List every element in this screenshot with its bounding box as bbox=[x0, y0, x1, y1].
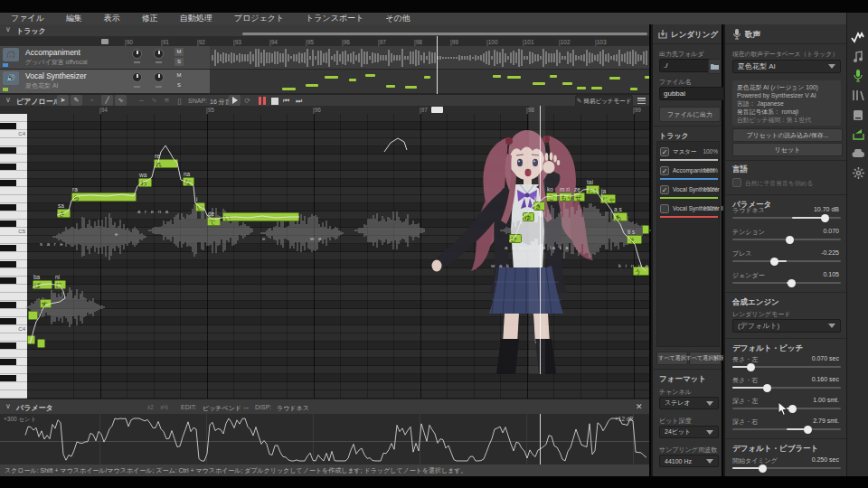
note-10[interactable]: す bbox=[40, 299, 52, 308]
settings-icon[interactable] bbox=[850, 165, 866, 182]
note-21[interactable]: じゃja bbox=[600, 194, 616, 203]
piano-keyboard[interactable]: C4C5C4 bbox=[0, 114, 27, 399]
menu-item-2[interactable]: 表示 bbox=[93, 13, 131, 24]
render-icon[interactable] bbox=[850, 127, 866, 143]
pitch-slider-1-knob[interactable] bbox=[763, 384, 771, 392]
note-8[interactable]: ばba bbox=[33, 280, 52, 289]
note-2[interactable]: わwa bbox=[138, 178, 152, 187]
note-14[interactable]: ひ bbox=[509, 234, 522, 243]
pitch-slider-3-knob[interactable] bbox=[804, 426, 812, 434]
loop-button[interactable]: ⟳ bbox=[241, 95, 253, 106]
channel-dropdown[interactable]: ステレオ bbox=[659, 397, 719, 409]
solo-button[interactable]: S bbox=[175, 81, 184, 89]
white-key[interactable]: C4 bbox=[0, 325, 27, 333]
white-key[interactable] bbox=[0, 236, 27, 244]
glue-tool-button[interactable]: ⌁ bbox=[86, 95, 98, 106]
note-0[interactable]: さsa bbox=[57, 209, 71, 218]
pointer-tool-button[interactable]: ➤ bbox=[57, 95, 69, 106]
note-12[interactable] bbox=[27, 335, 35, 344]
white-key[interactable] bbox=[0, 211, 27, 220]
swap-arrows-icon[interactable]: ↔ bbox=[242, 403, 250, 411]
piano-roll-grid[interactable] bbox=[27, 114, 649, 399]
pause-button[interactable] bbox=[259, 97, 267, 105]
render-track-row-2[interactable]: ✓Vocal Synthesizer100% bbox=[660, 184, 716, 202]
export-file-button[interactable]: ファイルに出力 bbox=[659, 107, 721, 122]
voice-database-dropdown[interactable]: 夏色花梨 AI bbox=[732, 60, 841, 73]
solo-button[interactable]: S bbox=[175, 58, 184, 66]
white-key[interactable] bbox=[0, 350, 27, 358]
pitch-slider-0-knob[interactable] bbox=[747, 363, 755, 371]
black-key[interactable] bbox=[0, 317, 27, 325]
render-track-percent[interactable]: 100% bbox=[703, 148, 718, 155]
param-slider-2-knob[interactable] bbox=[770, 258, 778, 266]
piano-roll-menu-icon[interactable] bbox=[637, 98, 646, 104]
file-name-input[interactable]: gubbai bbox=[659, 87, 726, 100]
parameter-graph[interactable]: +300 セント +12 dB bbox=[0, 414, 649, 465]
bit-depth-dropdown[interactable]: 24ビット bbox=[659, 426, 719, 438]
note-24[interactable]: う bbox=[633, 267, 649, 276]
render-track-percent[interactable]: 100% bbox=[703, 167, 718, 174]
white-key[interactable] bbox=[0, 285, 27, 293]
note-6[interactable]: でde bbox=[207, 217, 221, 226]
menu-item-1[interactable]: 編集 bbox=[55, 13, 93, 24]
loop-marker[interactable] bbox=[431, 107, 443, 113]
volume-knob[interactable] bbox=[132, 72, 142, 82]
menu-item-4[interactable]: 自動処理 bbox=[169, 13, 223, 24]
tracks-panel-header[interactable]: ∨ トラック bbox=[0, 24, 649, 36]
timeline-marker-icon[interactable] bbox=[101, 39, 108, 44]
param-slider-0-knob[interactable] bbox=[821, 214, 829, 222]
browse-folder-button[interactable] bbox=[708, 59, 722, 74]
bracket-button[interactable]: [] bbox=[174, 95, 185, 106]
mute-button[interactable]: M bbox=[175, 71, 184, 80]
black-key[interactable] bbox=[0, 260, 27, 268]
black-key[interactable] bbox=[0, 203, 27, 211]
white-key[interactable] bbox=[0, 309, 27, 317]
reset-button[interactable]: リセット bbox=[732, 143, 843, 156]
menu-item-5[interactable]: プロジェクト bbox=[223, 13, 295, 24]
black-key[interactable] bbox=[0, 358, 27, 366]
black-key[interactable] bbox=[0, 163, 27, 171]
note-3[interactable]: れre bbox=[154, 159, 178, 168]
skip-back-icon[interactable]: ⏮ bbox=[283, 97, 289, 105]
edit-value[interactable]: ピッチベンド bbox=[203, 404, 241, 413]
black-key[interactable] bbox=[0, 122, 27, 130]
vibrato-slider-0-knob[interactable] bbox=[759, 465, 767, 473]
white-key[interactable] bbox=[0, 382, 27, 390]
curve-tool-button[interactable]: ∿ bbox=[115, 95, 127, 106]
white-key[interactable]: C5 bbox=[0, 228, 27, 236]
white-key[interactable] bbox=[0, 138, 27, 146]
select-all-button[interactable]: すべて選択 bbox=[656, 352, 688, 365]
cloud-icon[interactable] bbox=[850, 145, 866, 162]
render-track-percent[interactable]: 100% bbox=[703, 186, 718, 192]
param-slider-1-knob[interactable] bbox=[786, 236, 794, 244]
black-key[interactable] bbox=[0, 179, 27, 187]
black-key[interactable] bbox=[0, 342, 27, 350]
menu-item-0[interactable]: ファイル bbox=[0, 13, 55, 24]
param-slider-2-track[interactable] bbox=[732, 260, 841, 262]
output-folder-input[interactable]: ./ bbox=[659, 59, 712, 72]
note-11[interactable] bbox=[28, 311, 38, 320]
preset-load-save-button[interactable]: プリセットの読み込み/保存... bbox=[732, 128, 843, 142]
white-key[interactable] bbox=[0, 252, 27, 260]
track-content-1[interactable] bbox=[210, 70, 649, 93]
track-row-1[interactable]: 🔊Vocal Synthesizer夏色花梨 AIMS bbox=[0, 70, 649, 94]
synthv-logo-icon[interactable] bbox=[850, 29, 866, 45]
render-track-checkbox[interactable]: ✓ bbox=[660, 166, 669, 175]
white-key[interactable] bbox=[0, 155, 27, 163]
black-key[interactable] bbox=[0, 146, 27, 155]
music-note-icon[interactable] bbox=[850, 49, 866, 65]
render-track-checkbox[interactable] bbox=[660, 204, 669, 213]
database-icon[interactable] bbox=[850, 107, 866, 123]
white-key[interactable] bbox=[0, 187, 27, 195]
note-7[interactable]: い bbox=[222, 212, 299, 221]
note-4[interactable]: なna bbox=[183, 177, 194, 186]
pan-knob[interactable] bbox=[154, 49, 164, 59]
white-key[interactable] bbox=[0, 390, 27, 399]
note-23[interactable]: そti s bbox=[627, 235, 642, 244]
menu-item-6[interactable]: トランスポート bbox=[295, 13, 374, 24]
param-slider-3-knob[interactable] bbox=[788, 279, 796, 287]
track-row-0[interactable]: 🎧Accompanimentグッバイ宣言 offvocalMS bbox=[0, 46, 649, 70]
render-track-row-0[interactable]: ✓マスター100% bbox=[660, 146, 716, 164]
note-25[interactable] bbox=[642, 225, 649, 234]
scale-x2-button[interactable]: x2 bbox=[145, 401, 156, 413]
